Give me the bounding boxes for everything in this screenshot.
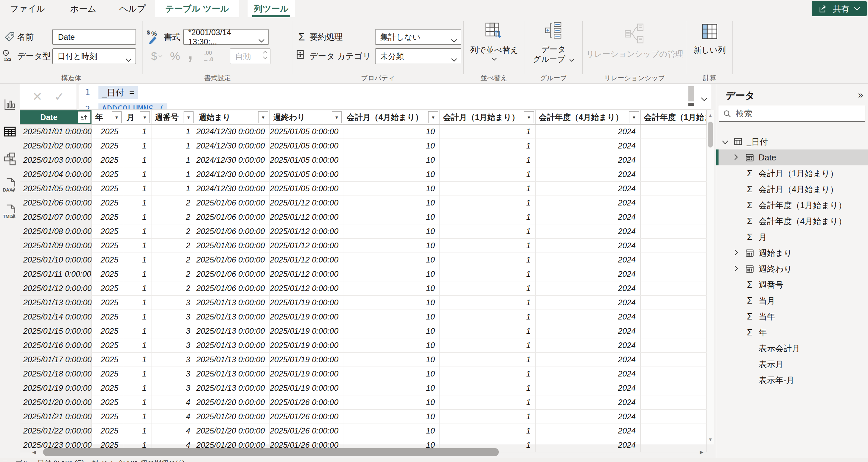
filter-button[interactable]: ▼ [332, 111, 342, 123]
field-item-12[interactable]: 表示会計月 [716, 340, 868, 356]
filter-button[interactable]: ▼ [112, 111, 122, 123]
column-header-7[interactable]: 会計月（1月始まり）▼ [440, 111, 535, 124]
format-dropdown[interactable]: *2001/03/14 13:30:... [183, 29, 269, 45]
formula-scrollbar[interactable] [687, 86, 696, 107]
field-item-2[interactable]: Σ会計月（4月始まり） [716, 181, 868, 197]
scroll-down-arrow[interactable]: ▼ [707, 435, 714, 444]
manage-relationships-label: リレーションシップの管理 [586, 49, 683, 59]
field-search-box[interactable] [719, 106, 865, 122]
search-input[interactable] [735, 109, 862, 119]
model-view-button[interactable] [0, 147, 20, 171]
group-separator [733, 21, 733, 74]
table-cell: 2025/01/11 0:00:00 [20, 267, 92, 281]
column-header-2[interactable]: 月▼ [123, 111, 151, 124]
table-cell: 10 [343, 381, 440, 395]
table-cell: 2025/01/06 0:00:00 [195, 253, 270, 267]
table-view-button[interactable] [0, 120, 20, 143]
scroll-left-arrow[interactable]: ◀ [29, 447, 39, 457]
tab-home[interactable]: ホーム [65, 0, 101, 17]
field-item-6[interactable]: 週始まり [716, 245, 868, 261]
column-name-input[interactable] [57, 32, 131, 42]
tmdl-view-button[interactable]: TMDL [0, 200, 20, 223]
column-header-1[interactable]: 年▼ [92, 111, 123, 124]
data-category-dropdown[interactable]: 未分類 [375, 49, 461, 64]
tab-file[interactable]: ファイル [8, 0, 47, 17]
table-cell: 2025 [92, 410, 123, 424]
tab-table-tools[interactable]: テーブル ツール [155, 0, 239, 17]
field-item-1[interactable]: Σ会計月（1月始まり） [716, 165, 868, 181]
summarization-dropdown[interactable]: 集計しない [375, 29, 461, 45]
column-header-0[interactable]: Date [20, 111, 92, 124]
chevron-right-icon[interactable] [731, 153, 741, 162]
column-header-8[interactable]: 会計年度（4月始まり）▼ [535, 111, 641, 124]
field-item-14[interactable]: 表示年-月 [716, 372, 868, 388]
table-cell: 2024/12/30 0:00:00 [195, 139, 270, 153]
table-cell: 2024/12/30 0:00:00 [195, 153, 270, 167]
filter-button[interactable]: ▼ [428, 111, 438, 123]
new-column-button[interactable]: 新しい列 [688, 22, 731, 55]
table-cell: 1 [151, 125, 195, 138]
expand-formula-bar-chevron[interactable] [701, 93, 708, 103]
table-cell: 2025 [92, 424, 123, 438]
svg-text:TMDL: TMDL [3, 214, 15, 219]
field-item-0[interactable]: Date [716, 150, 868, 165]
column-header-4[interactable]: 週始まり▼ [195, 111, 270, 124]
filter-button[interactable]: ▼ [258, 111, 268, 123]
field-label: Date [758, 153, 776, 162]
chevron-right-icon[interactable] [731, 248, 741, 258]
field-item-4[interactable]: Σ会計年度（4月始まり） [716, 213, 868, 229]
formula-editor[interactable]: 1 _日付 = 2 ADDCOLUMNS ( [79, 84, 711, 110]
field-item-11[interactable]: Σ年 [716, 325, 868, 340]
column-header-6[interactable]: 会計月（4月始まり）▼ [343, 111, 440, 124]
field-table-row[interactable]: _日付 [716, 133, 868, 150]
formula-scroll-thumb[interactable] [688, 86, 694, 101]
filter-button[interactable]: ▼ [140, 111, 150, 123]
filter-button[interactable]: ▼ [524, 111, 534, 123]
chevron-right-icon[interactable] [731, 264, 741, 274]
dax-view-icon: DAX [2, 177, 18, 193]
column-header-5[interactable]: 週終わり▼ [270, 111, 343, 124]
formula-line-2: 2 ADDCOLUMNS ( [85, 103, 167, 110]
field-item-9[interactable]: Σ当月 [716, 292, 868, 309]
vertical-scrollbar[interactable]: ▲ ▼ [707, 111, 714, 444]
dax-view-button[interactable]: DAX [0, 174, 20, 197]
table-cell: 2025 [92, 153, 123, 167]
table-cell [641, 196, 707, 210]
report-view-button[interactable] [0, 93, 20, 116]
sort-ascending-button[interactable] [78, 111, 91, 123]
table-cell: 2025/01/13 0:00:00 [195, 296, 270, 310]
collapse-pane-icon[interactable]: » [858, 89, 863, 100]
field-item-7[interactable]: 週終わり [716, 261, 868, 277]
format-label: 書式 [164, 29, 180, 45]
column-header-label: 会計年度（1月始ま [641, 112, 706, 123]
field-label: 会計月（1月始まり） [758, 168, 838, 179]
filter-button[interactable]: ▼ [184, 111, 193, 123]
column-header-3[interactable]: 週番号▼ [151, 111, 195, 124]
scroll-right-arrow[interactable]: ▶ [696, 447, 707, 457]
horizontal-scrollbar[interactable]: ◀ ▶ [20, 447, 707, 457]
status-bar: テーブル: _日付 (2,191 行) 列: Date (2,191 個の別個の… [0, 458, 868, 462]
field-item-13[interactable]: 表示月 [716, 356, 868, 372]
sort-by-column-button[interactable]: 列で並べ替え [465, 21, 523, 61]
data-type-dropdown[interactable]: 日付と時刻 [52, 49, 136, 64]
horizontal-scroll-thumb[interactable] [43, 448, 499, 456]
tab-help[interactable]: ヘルプ [115, 0, 151, 17]
format-icon: $ % [147, 29, 160, 44]
share-button[interactable]: 共有 [812, 1, 867, 16]
tab-column-tools[interactable]: 列ツール [248, 0, 295, 17]
column-header-9[interactable]: 会計年度（1月始ま [641, 111, 707, 124]
scroll-up-arrow[interactable]: ▲ [707, 111, 714, 120]
table-cell: 2 [151, 210, 195, 224]
table-cell: 1 [123, 267, 151, 281]
data-groups-button[interactable]: データ グループ [526, 21, 581, 64]
vertical-scroll-thumb[interactable] [708, 122, 713, 148]
column-header-label: 週始まり [195, 112, 258, 123]
field-item-10[interactable]: Σ当年 [716, 309, 868, 325]
table-cell: 1 [440, 139, 535, 153]
field-item-8[interactable]: Σ週番号 [716, 277, 868, 292]
column-name-field[interactable] [52, 29, 136, 45]
chevron-down-icon[interactable] [720, 137, 730, 147]
field-item-5[interactable]: Σ月 [716, 229, 868, 245]
filter-button[interactable]: ▼ [629, 111, 639, 123]
field-item-3[interactable]: Σ会計年度（1月始まり） [716, 197, 868, 213]
